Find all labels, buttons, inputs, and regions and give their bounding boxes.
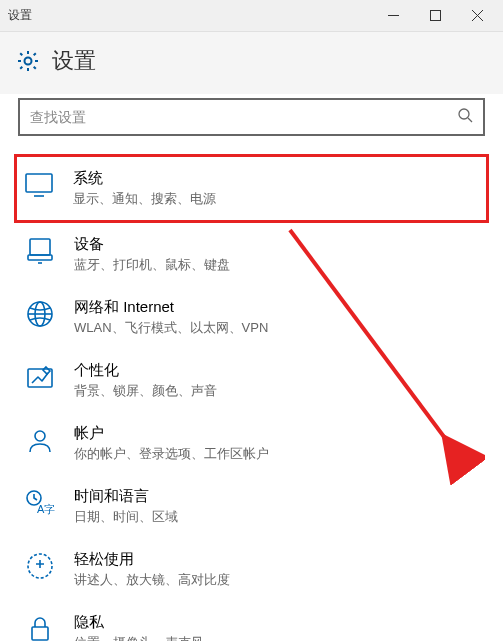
settings-item-accounts[interactable]: 帐户 你的帐户、登录选项、工作区帐户: [18, 412, 485, 475]
item-desc: 位置、摄像头、麦克风: [74, 634, 479, 641]
search-box[interactable]: [18, 98, 485, 136]
item-title: 网络和 Internet: [74, 298, 479, 317]
item-desc: 日期、时间、区域: [74, 508, 479, 526]
settings-item-time-language[interactable]: A字 时间和语言 日期、时间、区域: [18, 475, 485, 538]
time-language-icon: A字: [24, 487, 56, 519]
item-content: 时间和语言 日期、时间、区域: [74, 487, 479, 526]
svg-point-4: [25, 58, 32, 65]
item-content: 设备 蓝牙、打印机、鼠标、键盘: [74, 235, 479, 274]
item-title: 时间和语言: [74, 487, 479, 506]
personalization-icon: [24, 361, 56, 393]
svg-point-16: [35, 431, 45, 441]
item-desc: WLAN、飞行模式、以太网、VPN: [74, 319, 479, 337]
svg-text:A字: A字: [37, 503, 55, 515]
window-controls: [381, 4, 495, 28]
item-desc: 显示、通知、搜索、电源: [73, 190, 480, 208]
minimize-button[interactable]: [381, 4, 405, 28]
settings-item-network[interactable]: 网络和 Internet WLAN、飞行模式、以太网、VPN: [18, 286, 485, 349]
item-title: 帐户: [74, 424, 479, 443]
item-content: 隐私 位置、摄像头、麦克风: [74, 613, 479, 641]
item-content: 个性化 背景、锁屏、颜色、声音: [74, 361, 479, 400]
settings-item-privacy[interactable]: 隐私 位置、摄像头、麦克风: [18, 601, 485, 641]
item-desc: 讲述人、放大镜、高对比度: [74, 571, 479, 589]
page-header: 设置: [0, 32, 503, 94]
item-content: 帐户 你的帐户、登录选项、工作区帐户: [74, 424, 479, 463]
settings-item-ease-of-access[interactable]: 轻松使用 讲述人、放大镜、高对比度: [18, 538, 485, 601]
search-input[interactable]: [30, 109, 473, 125]
maximize-button[interactable]: [423, 4, 447, 28]
page-title: 设置: [52, 46, 96, 76]
svg-rect-9: [30, 239, 50, 255]
svg-rect-7: [26, 174, 52, 192]
svg-rect-20: [32, 627, 48, 640]
item-content: 系统 显示、通知、搜索、电源: [73, 169, 480, 208]
search-icon: [458, 108, 473, 126]
item-desc: 背景、锁屏、颜色、声音: [74, 382, 479, 400]
svg-rect-10: [28, 255, 52, 260]
item-title: 个性化: [74, 361, 479, 380]
window-title: 设置: [8, 7, 381, 24]
search-container: [0, 94, 503, 146]
settings-list: 系统 显示、通知、搜索、电源 设备 蓝牙、打印机、鼠标、键盘 网络和 Inter…: [0, 146, 503, 641]
gear-icon: [16, 49, 40, 73]
svg-point-5: [459, 109, 469, 119]
ease-of-access-icon: [24, 550, 56, 582]
item-content: 网络和 Internet WLAN、飞行模式、以太网、VPN: [74, 298, 479, 337]
titlebar: 设置: [0, 0, 503, 32]
item-title: 设备: [74, 235, 479, 254]
item-title: 系统: [73, 169, 480, 188]
settings-item-devices[interactable]: 设备 蓝牙、打印机、鼠标、键盘: [18, 223, 485, 286]
item-desc: 蓝牙、打印机、鼠标、键盘: [74, 256, 479, 274]
devices-icon: [24, 235, 56, 267]
svg-rect-1: [430, 11, 440, 21]
privacy-icon: [24, 613, 56, 641]
item-title: 隐私: [74, 613, 479, 632]
svg-line-6: [468, 118, 472, 122]
network-icon: [24, 298, 56, 330]
item-content: 轻松使用 讲述人、放大镜、高对比度: [74, 550, 479, 589]
accounts-icon: [24, 424, 56, 456]
item-title: 轻松使用: [74, 550, 479, 569]
item-desc: 你的帐户、登录选项、工作区帐户: [74, 445, 479, 463]
close-button[interactable]: [465, 4, 489, 28]
settings-item-personalization[interactable]: 个性化 背景、锁屏、颜色、声音: [18, 349, 485, 412]
settings-item-system[interactable]: 系统 显示、通知、搜索、电源: [14, 154, 489, 223]
display-icon: [23, 169, 55, 201]
